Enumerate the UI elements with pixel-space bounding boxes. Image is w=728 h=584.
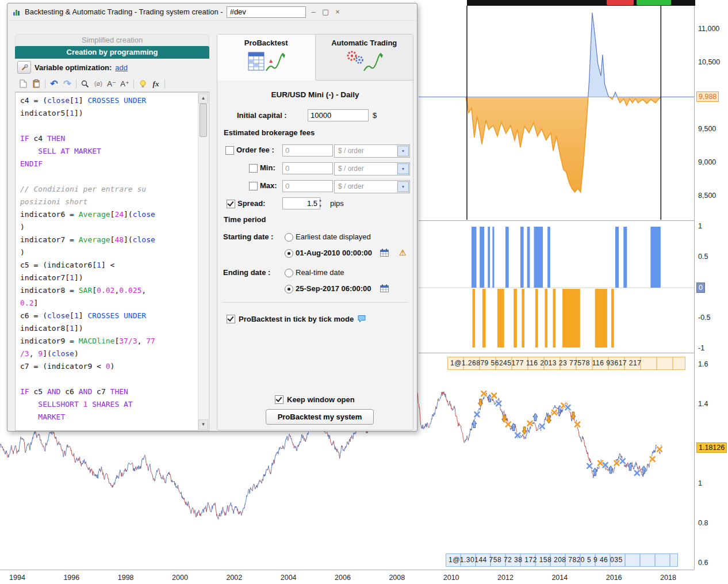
year-label: 1996 [61,574,82,582]
tab-probacktest[interactable]: ProBacktest [217,35,316,81]
max-fee-input[interactable] [282,180,333,192]
code-line [20,170,198,183]
instrument-label: EUR/USD Mini (-) - Daily [217,90,413,99]
dropdown-arrow-icon[interactable]: ▼ [397,163,409,174]
year-label: 2014 [549,574,570,582]
function-icon[interactable]: fx [151,79,160,89]
spread-checkbox[interactable] [227,200,235,208]
hint-lightbulb-icon[interactable] [138,79,147,89]
realtime-date-radio[interactable] [285,269,293,277]
add-variable-link[interactable]: add [115,63,128,72]
axis-label: 0.8 [696,518,710,528]
max-fee-unit-value: $ / order [338,182,364,190]
keep-window-open-checkbox[interactable] [275,395,283,404]
code-line: /3, 9](close) [20,348,198,360]
code-line: indicator8 = SAR[0.02,0.025, [20,284,198,297]
keep-window-open-row: Keep window open [217,392,413,406]
search-icon[interactable] [81,79,90,89]
initial-capital-input[interactable] [308,109,369,121]
font-smaller-icon[interactable]: A⁻ [107,79,116,89]
close-button[interactable]: × [334,7,342,16]
backtest-tabs: ProBacktest [217,35,413,81]
comment-icon[interactable]: (⌀) [94,79,103,89]
wrench-icon [21,64,28,71]
end-date-value-row: 25-Sep-2017 06:00:00 [217,283,413,296]
position-indicator-chart[interactable] [419,222,694,352]
system-name-input[interactable] [227,6,306,18]
calendar-icon[interactable] [380,249,389,257]
start-date-value-row: 01-Aug-2010 00:00:00 ⚠ [217,247,413,261]
panel-divider [419,353,694,353]
trade-price-labels-bottom: 1@1.30144 758 72 38 172 158 208 7820 5 9… [446,554,678,567]
equity-chart[interactable] [419,0,694,220]
variable-optimization-button[interactable] [17,61,31,74]
backtest-panel: ProBacktest [217,34,413,430]
calendar-icon[interactable] [380,284,389,293]
redo-icon[interactable]: ↷ [63,79,72,89]
min-fee-checkbox[interactable] [249,164,258,173]
tick-mode-checkbox[interactable] [227,315,235,323]
undo-icon[interactable]: ↶ [49,79,59,89]
paste-icon[interactable] [32,79,41,89]
axis-label: 11,000 [696,24,721,33]
editor-scrollbar[interactable]: ▲ ▼ [198,93,208,430]
time-axis[interactable]: 1994199619982000200220042006200820102012… [0,570,728,584]
spread-label: Spread: [237,199,265,208]
scroll-down-arrow[interactable]: ▼ [198,419,208,430]
scrollbar-thumb[interactable] [200,104,207,137]
variable-optimization-row: Variable optimization: add [15,59,209,76]
code-lines: c4 = (close[1] CROSSES UNDERindicator5[1… [16,93,198,430]
minimize-button[interactable]: – [309,7,318,16]
start-date-radio[interactable] [285,249,293,258]
order-fee-label: Order fee : [236,146,274,154]
order-fee-unit-select[interactable]: $ / order ▼ [334,144,410,158]
code-line: ) [20,246,198,259]
code-editor[interactable]: c4 = (close[1] CROSSES UNDERindicator5[1… [15,92,209,431]
code-line: indicator6 = Average[24](close [20,208,198,221]
code-line: c4 = (close[1] CROSSES UNDER [20,94,198,107]
year-label: 2012 [495,574,516,582]
tab-simplified-creation[interactable]: Simplified creation [15,34,209,46]
axis-label: 0 [696,283,705,293]
font-larger-icon[interactable]: A⁺ [120,79,129,89]
max-fee-unit-select[interactable]: $ / order ▼ [334,180,410,193]
sell-button[interactable] [607,0,634,5]
end-date-radio[interactable] [285,285,293,293]
order-fee-checkbox[interactable] [225,146,234,155]
maximize-button[interactable]: ▢ [321,7,330,16]
order-fee-input[interactable] [282,144,333,157]
min-fee-unit-select[interactable]: $ / order ▼ [334,162,410,175]
spread-unit: pips [330,199,344,208]
tab-creation-by-programming[interactable]: Creation by programming [15,46,209,59]
year-label: 2006 [332,574,353,582]
initial-capital-label: Initial capital : [237,111,287,120]
dropdown-arrow-icon[interactable]: ▼ [397,146,409,157]
variable-optimization-label: Variable optimization: [35,63,112,72]
buy-button[interactable] [637,0,671,5]
automatic-trading-icon [345,49,383,75]
axis-label: 1 [696,222,704,231]
editor-toolbar: ↶ ↷ (⌀) A⁻ A⁺ fx [15,76,209,92]
probacktest-my-system-button[interactable]: ProBacktest my system [266,409,374,425]
axis-label: 1.18126 [696,442,727,453]
min-fee-input[interactable] [282,162,333,174]
axis-label: 1 [696,479,704,488]
ending-date-row: Ending date : Real-time date [217,266,413,280]
earliest-date-label: Earliest date displayed [296,232,371,241]
min-fee-label: Min: [260,163,275,172]
price-axis-column[interactable]: 11,00010,5009,9889,5009,0008,50010.50-0.… [695,0,728,570]
year-label: 1994 [7,574,28,582]
start-date-value: 01-Aug-2010 00:00:00 [296,249,372,257]
spread-input[interactable] [282,197,320,209]
new-file-icon[interactable] [18,79,28,89]
trade-price-labels-top: 1@1.26879 56245177 116 2013 23 77578 116… [447,357,685,370]
screen: 1@1.26879 56245177 116 2013 23 77578 116… [0,0,728,584]
dialog-titlebar[interactable]: Backtesting & Automatic Trading - Tradin… [7,3,417,21]
tab-automatic-trading[interactable]: Automatic Trading [316,35,413,81]
max-fee-checkbox[interactable] [249,182,258,190]
dropdown-arrow-icon[interactable]: ▼ [397,181,409,192]
earliest-date-radio[interactable] [285,233,293,242]
year-label: 1998 [116,574,136,582]
scroll-up-arrow[interactable]: ▲ [198,93,208,104]
spread-stepper[interactable]: ▲▼ [317,197,324,209]
